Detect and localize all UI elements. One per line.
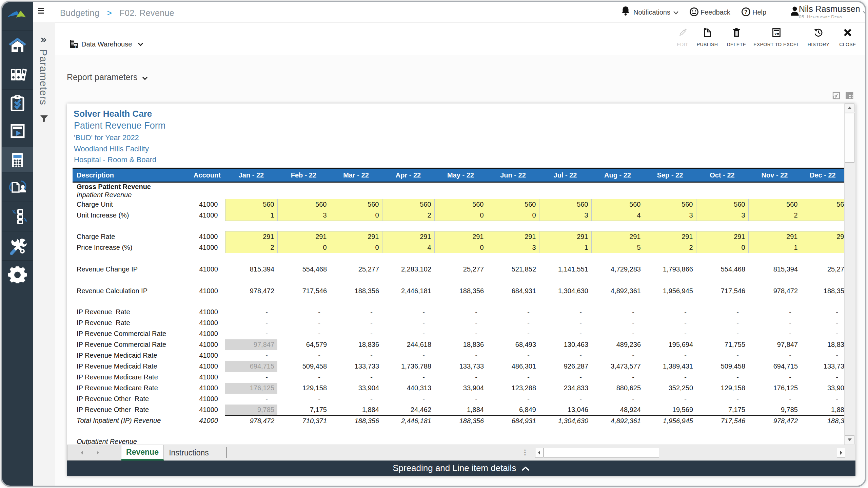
svg-text:?: ?: [744, 9, 748, 15]
svg-text:x: x: [775, 32, 777, 36]
